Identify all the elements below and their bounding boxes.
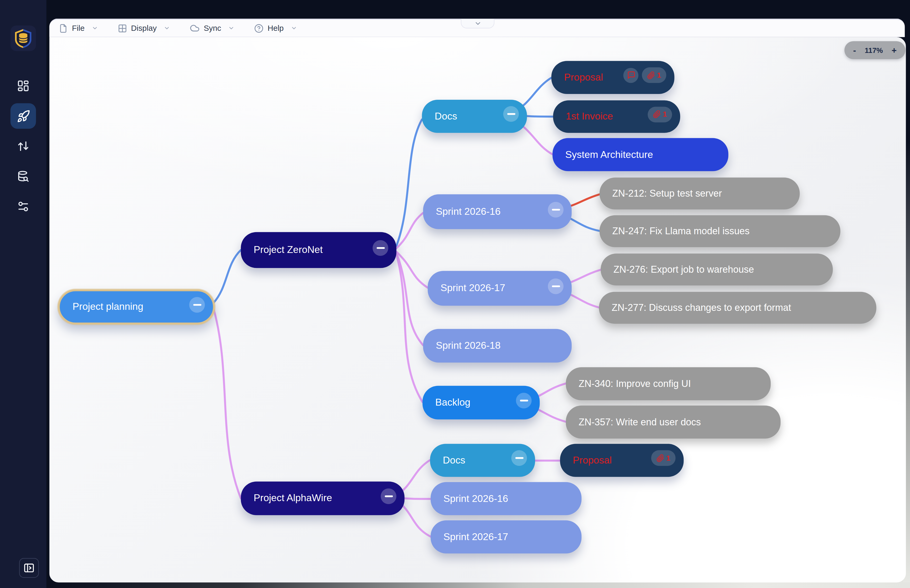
help-icon [254,23,263,32]
node-label: ZN-212: Setup test server [612,188,722,199]
zoom-in-button[interactable]: + [892,46,897,55]
menu-display[interactable]: Display [118,23,170,32]
collapse-button[interactable] [189,297,205,312]
sidebar-item-data-search[interactable] [0,170,46,183]
zoom-level: 117% [865,46,883,54]
collapse-button[interactable] [548,278,564,294]
mindmap-node-proposal-alphawire[interactable]: Proposal 1 [560,444,684,477]
panel-toggle-button[interactable] [19,558,39,578]
app-logo[interactable] [11,26,36,51]
attachment-count: 1 [663,110,667,118]
node-label: Sprint 2026-17 [441,283,505,294]
mindmap-node-zn-247[interactable]: ZN-247: Fix Llama model issues [600,215,840,247]
node-label: Docs [435,111,457,122]
minus-icon [376,247,385,249]
mindmap-node-sprint-2026-18[interactable]: Sprint 2026-18 [423,329,572,363]
node-label: Docs [443,455,465,466]
mindmap-node-zn-212[interactable]: ZN-212: Setup test server [600,178,800,209]
mindmap-node-system-architecture[interactable]: System Architecture [553,138,728,171]
mindmap-node-zn-340[interactable]: ZN-340: Improve config UI [566,367,771,400]
node-label: 1st Invoice [566,111,613,123]
sidebar-item-dashboard[interactable] [0,79,46,92]
mindmap-node-project-alphawire[interactable]: Project AlphaWire [241,481,405,515]
minus-icon [520,399,528,401]
sort-arrows-icon [17,140,29,152]
node-label: System Architecture [565,149,653,160]
mindmap-node-docs-alphawire[interactable]: Docs [430,444,535,477]
mindmap-node-project-zeronet[interactable]: Project ZeroNet [241,232,396,268]
node-label: Backlog [435,397,470,409]
node-label: Sprint 2026-17 [443,531,508,543]
shield-database-logo-icon [11,27,35,50]
minus-icon [193,304,201,305]
collapse-button[interactable] [503,106,519,122]
edge-planning-zeronet [213,250,241,303]
mindmap-node-zn-277[interactable]: ZN-277: Discuss changes to export format [599,292,876,324]
mindmap-node-proposal[interactable]: Proposal 1 [551,61,674,94]
collapse-button[interactable] [548,202,564,217]
menu-file[interactable]: File [59,23,98,32]
mindmap-node-project-planning[interactable]: Project planning [58,289,215,324]
mindmap-node-1st-invoice[interactable]: 1st Invoice 1 [553,100,680,132]
attachment-badge[interactable]: 1 [642,67,666,83]
collapse-button[interactable] [516,393,532,408]
node-label: Sprint 2026-16 [443,493,508,504]
node-label: ZN-276: Export job to warehouse [614,264,754,275]
menu-display-label: Display [131,24,157,32]
edge-zeronet-backlog [396,254,422,402]
minus-icon [552,208,560,210]
mindmap-node-docs[interactable]: Docs [422,100,527,133]
node-badges: 1 [651,450,676,466]
menu-sync[interactable]: Sync [190,23,234,33]
filter-sliders-icon [17,200,29,213]
collapse-button[interactable] [511,450,527,466]
mindmap-node-backlog[interactable]: Backlog [423,386,540,420]
node-label: Proposal [564,72,603,83]
database-search-icon [17,170,29,183]
node-label: Sprint 2026-18 [436,340,501,352]
chevron-down-icon [164,25,170,31]
rocket-icon [16,109,30,123]
menubar-collapse-tab[interactable] [461,19,495,28]
node-label: Sprint 2026-16 [436,206,501,217]
sidebar-item-filters[interactable] [0,200,46,213]
zoom-control: - 117% + [844,41,905,59]
sidebar-item-sort[interactable] [0,140,46,152]
attachment-badge[interactable]: 1 [651,450,676,466]
comment-badge[interactable] [623,68,638,82]
mindmap-node-zn-357[interactable]: ZN-357: Write end user docs [566,405,781,439]
zoom-out-button[interactable]: - [853,46,856,55]
node-label: Project planning [73,301,144,313]
mindmap-node-sprint-2026-16[interactable]: Sprint 2026-16 [423,194,572,229]
edge-zeronet-docs [396,120,422,246]
app-window: File Display Sync [0,0,910,588]
attachment-badge[interactable]: 1 [648,106,672,122]
sync-cloud-icon [190,23,200,33]
minus-icon [507,113,515,115]
mindmap-node-sprint-2026-16-alphawire[interactable]: Sprint 2026-16 [430,482,581,515]
mindmap-node-zn-276[interactable]: ZN-276: Export job to warehouse [601,254,833,285]
node-badges: 1 [623,67,666,83]
display-icon [118,23,127,32]
collapse-button[interactable] [381,488,396,504]
node-label: Proposal [573,455,612,466]
paperclip-icon [653,110,661,118]
menu-help-label: Help [268,24,284,32]
menu-sync-label: Sync [204,24,221,32]
mindmap-node-sprint-2026-17-alphawire[interactable]: Sprint 2026-17 [430,520,581,554]
node-label: ZN-277: Discuss changes to export format [612,302,791,313]
node-label: Project AlphaWire [254,493,332,504]
mindmap-canvas[interactable]: - 117% + Project planning Project ZeroNe… [49,37,906,583]
minus-icon [515,457,523,459]
mindmap-node-sprint-2026-17[interactable]: Sprint 2026-17 [428,271,572,305]
node-label: ZN-357: Write end user docs [579,417,701,428]
chevron-down-icon [291,25,297,31]
node-label: ZN-340: Improve config UI [579,378,691,389]
sidebar [0,0,46,588]
menu-file-label: File [72,24,84,32]
minus-icon [385,495,393,497]
collapse-button[interactable] [373,240,388,255]
sidebar-item-mindmap-active[interactable] [11,103,36,129]
chevron-down-icon [228,25,234,31]
menu-help[interactable]: Help [254,23,297,32]
